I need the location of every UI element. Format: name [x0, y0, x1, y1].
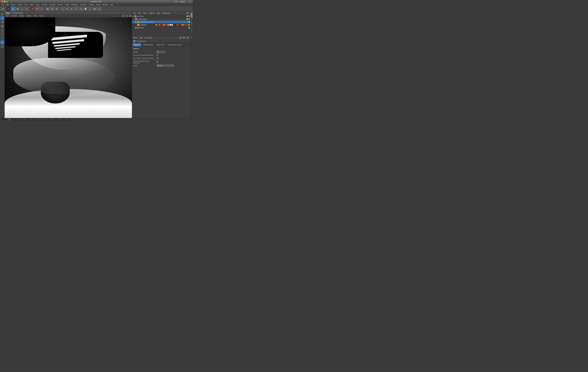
tool-polygon[interactable]: ⬟ — [83, 7, 88, 11]
pressure-checkbox[interactable] — [157, 54, 158, 56]
maximize-button[interactable] — [6, 1, 8, 2]
select-tool-button[interactable]: ↖ — [25, 7, 29, 11]
tool-plane[interactable]: ◫ — [79, 7, 83, 11]
tool-cube[interactable]: □ — [60, 7, 64, 11]
obj-item-carbody[interactable]: □ CarBODY — [132, 23, 193, 26]
scale-tool-button[interactable]: ⊞ — [15, 7, 20, 11]
sidebar-extra[interactable]: ⊙ — [0, 45, 4, 48]
obj-menu-tags[interactable]: Tags — [156, 12, 161, 14]
z-axis-button[interactable]: Z — [40, 7, 44, 11]
vtab-structure[interactable]: Structure — [190, 27, 193, 34]
props-menu-mode[interactable]: Mode — [133, 37, 138, 39]
menu-tools[interactable]: Tools — [23, 3, 29, 6]
obj-menu-view[interactable]: View — [143, 12, 147, 14]
menu-script[interactable]: Script — [95, 3, 101, 6]
tab-render-queue[interactable]: Render Queue — [11, 11, 25, 14]
right-panel: File Edit View Objects Tags Bookmarks 🔍 … — [132, 11, 193, 118]
obj-menu-file[interactable]: File — [133, 12, 136, 14]
tab-modeling-axis[interactable]: Modeling Axis — [142, 43, 155, 46]
tool-subdiv[interactable]: ⬡ — [74, 7, 78, 11]
tool-1[interactable]: ▤ — [45, 7, 50, 11]
sidebar-paint[interactable]: ⊠ — [0, 41, 4, 44]
menu-create[interactable]: Create — [10, 3, 17, 6]
backup-name: BACKUP — [137, 27, 188, 29]
tool-knife[interactable]: ∕ — [88, 7, 92, 11]
menu-animate[interactable]: Animate — [41, 3, 48, 6]
menu-snap[interactable]: Snap — [35, 3, 40, 6]
props-back-icon[interactable]: ◀ — [179, 37, 182, 39]
radius-stepper[interactable]: ⬆ — [166, 51, 167, 53]
obj-menu-edit[interactable]: Edit — [137, 12, 141, 14]
tool-loop[interactable]: ↺ — [65, 7, 69, 11]
menu-character[interactable]: Character — [79, 3, 88, 6]
vtab-object[interactable]: Object — [190, 12, 193, 18]
obj-item-subdivision[interactable]: ▶ ⬡ Subdivision Surface ✕ — [132, 21, 193, 23]
obj-item-aerodeck[interactable]: ▶ ◎ Aerodeck ✕ — [132, 15, 193, 18]
vp-corner-btn-2[interactable]: ⤢ — [126, 15, 128, 17]
vtab-coordinator[interactable]: Coordinator — [190, 18, 193, 27]
sidebar-3d[interactable]: ◉ — [0, 24, 4, 28]
obj-menu-objects[interactable]: Objects — [148, 12, 155, 14]
vp-menu-cameras[interactable]: Cameras — [11, 15, 18, 17]
menu-window[interactable]: Window — [101, 3, 109, 6]
sidebar-sculpt[interactable]: ⟡ — [0, 36, 4, 40]
menu-select[interactable]: Select — [17, 3, 23, 6]
minimize-button[interactable] — [4, 1, 5, 2]
layout-dropdown[interactable]: Startup ▾ — [179, 0, 191, 3]
menu-edit[interactable]: Edit — [5, 3, 10, 6]
vp-menu-view[interactable]: View — [5, 15, 10, 17]
menu-mograph[interactable]: MoGraph — [70, 3, 79, 6]
only-visible-dots: . . — [154, 58, 155, 59]
obj-item-backup[interactable]: ◎ BACKUP ✕ — [132, 26, 193, 29]
tool-sphere[interactable]: ● — [69, 7, 74, 11]
rotate-tool-button[interactable]: ○ — [20, 7, 24, 11]
sidebar-edge[interactable]: ⌐ — [0, 32, 4, 36]
vp-menu-filter[interactable]: Filter — [33, 15, 37, 17]
props-menu-userdata[interactable]: User Data — [144, 37, 153, 39]
menu-render[interactable]: Render — [57, 3, 64, 6]
sidebar-texture-mode[interactable]: ⊞ — [0, 20, 4, 24]
tool-2[interactable]: ⊟ — [50, 7, 54, 11]
menu-help[interactable]: Help — [109, 3, 114, 6]
only-visible-checkbox[interactable] — [157, 57, 158, 59]
undo-button[interactable]: ↩ — [0, 7, 5, 11]
timeline-ruler[interactable]: 0 5 10 15 20 25 30 35 40 45 50 55 60 65 … — [9, 118, 71, 121]
sidebar-object[interactable]: □ — [0, 28, 4, 32]
props-menu-edit[interactable]: Edit — [139, 37, 143, 39]
tool-3[interactable]: ⊞ — [54, 7, 59, 11]
tab-view[interactable]: View — [5, 11, 11, 14]
vp-corner-btn-3[interactable]: ⊞ — [129, 15, 131, 17]
viewport-3d[interactable] — [5, 17, 132, 118]
vp-menu-panel[interactable]: Panel — [39, 15, 44, 17]
x-axis-button[interactable]: X — [30, 7, 35, 11]
radius-input[interactable] — [157, 51, 165, 53]
obj-item-hondabadge[interactable]: ◎ HondaBadge ✕ — [132, 18, 193, 21]
close-button[interactable] — [1, 1, 3, 2]
menu-plugins[interactable]: Plugins — [88, 3, 95, 6]
props-settings-icon[interactable]: ⚙ — [186, 37, 189, 39]
move-tool-button[interactable]: + — [11, 7, 15, 11]
vtab-layer[interactable]: Layer — [190, 34, 193, 40]
tool-light[interactable]: ☀ — [97, 7, 102, 11]
mode-dropdown[interactable]: Normal ▾ — [157, 64, 174, 67]
menu-mesh[interactable]: Mesh — [29, 3, 35, 6]
obj-search-icon[interactable]: 🔍 — [186, 12, 189, 14]
menu-simulate[interactable]: Simulate — [48, 3, 56, 6]
props-search-icon[interactable]: 🔍 — [183, 37, 185, 39]
y-axis-button[interactable]: Y — [35, 7, 39, 11]
tab-object-axis[interactable]: Object Axis — [155, 43, 166, 46]
tolerant-checkbox[interactable] — [157, 61, 158, 63]
vp-menu-options[interactable]: Options — [26, 15, 32, 17]
vp-menu-display[interactable]: Display — [19, 15, 25, 17]
vp-corner-btn-1[interactable]: ↗ — [122, 15, 125, 17]
tool-grid[interactable]: ⊞ — [93, 7, 97, 11]
menu-sculpt[interactable]: Sculpt — [64, 3, 70, 6]
sidebar-model-mode[interactable]: ◈ — [0, 12, 4, 16]
timeline-right-spacer — [132, 118, 193, 121]
sidebar-active-tool[interactable]: ✷ — [0, 16, 4, 20]
points-mode-button[interactable]: ● — [6, 7, 10, 11]
tab-options[interactable]: Options — [133, 43, 141, 46]
obj-menu-bookmarks[interactable]: Bookmarks — [162, 12, 171, 14]
menu-file[interactable]: File — [0, 3, 5, 6]
tab-subdivision-surface[interactable]: Subdivision Surface — [166, 43, 184, 46]
